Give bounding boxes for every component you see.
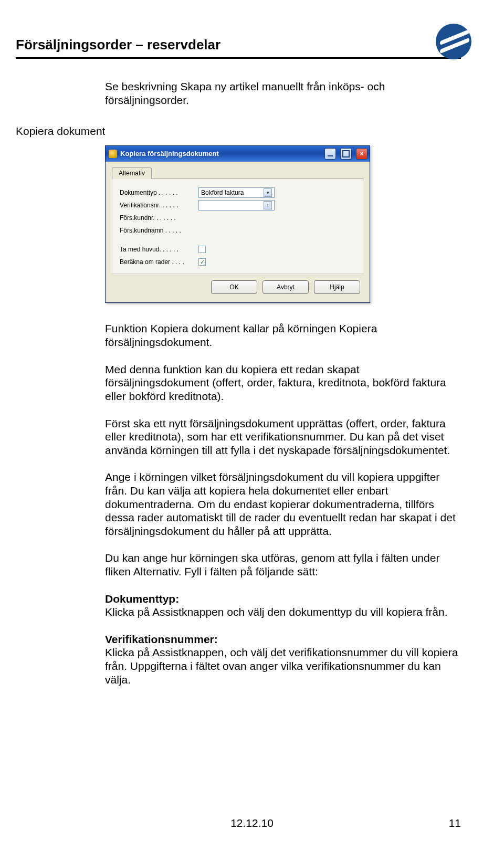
assist-icon[interactable]: ↑ [264,201,272,209]
para-1: Funktion Kopiera dokument kallar på körn… [105,322,461,349]
para-6: Klicka på Assistknappen och välj den dok… [105,605,461,619]
label-forskundnr: Förs.kundnr. . . . . . . [120,214,198,222]
heading-dokumenttyp: Dokumenttyp: [105,592,461,606]
header-rule [16,57,461,59]
checkbox-tamedhuvud[interactable] [198,246,206,253]
maximize-button[interactable] [340,148,352,160]
value-dokumenttyp: Bokförd faktura [201,189,244,197]
label-verifikationsnr: Verifikationsnr. . . . . . [120,202,198,209]
page-title: Försäljningsorder – reservdelar [16,37,220,53]
heading-verifikationsnummer: Verifikationsnummer: [105,633,461,646]
close-button[interactable]: × [356,148,368,160]
section-heading: Kopiera dokument [16,124,461,138]
copy-dialog: Kopiera försäljningsdokument × Alternati… [105,145,370,303]
ok-button[interactable]: OK [211,280,257,294]
company-logo [436,24,471,59]
footer-page: 11 [449,817,461,829]
label-dokumenttyp: Dokumenttyp . . . . . . [120,189,198,197]
para-2: Med denna funktion kan du kopiera ett re… [105,363,461,403]
para-5: Du kan ange hur körningen ska utföras, g… [105,551,461,578]
dialog-title: Kopiera försäljningsdokument [120,150,320,158]
label-beraknaom: Beräkna om rader . . . . [120,258,198,266]
intro-text: Se beskrivning Skapa ny artikel manuellt… [105,80,461,107]
tab-alternativ[interactable]: Alternativ [112,167,152,180]
label-forskundnamn: Förs.kundnamn . . . . . [120,227,198,235]
input-dokumenttyp[interactable]: Bokförd faktura ▾ [198,187,275,198]
para-7: Klicka på Assistknappen, och välj det ve… [105,646,461,686]
minimize-button[interactable] [324,148,336,160]
help-button[interactable]: Hjälp [314,280,360,294]
cancel-button[interactable]: Avbryt [262,280,309,294]
checkbox-beraknaom[interactable]: ✓ [198,258,206,266]
para-4: Ange i körningen vilket försäljningsdoku… [105,470,461,538]
dropdown-icon[interactable]: ▾ [264,188,272,197]
footer-date: 12.12.10 [230,817,274,829]
para-3: Först ska ett nytt försäljningsdokument … [105,417,461,457]
input-verifikationsnr[interactable]: ↑ [198,200,275,211]
titlebar: Kopiera försäljningsdokument × [106,146,370,162]
app-icon [109,150,117,158]
label-tamedhuvud: Ta med huvud. . . . . . [120,246,198,254]
